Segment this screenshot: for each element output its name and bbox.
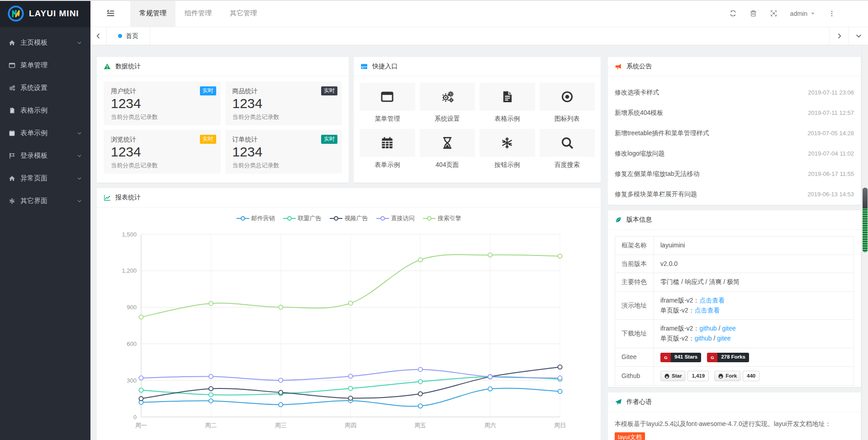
link-github[interactable]: github: [694, 335, 711, 342]
version-row-label: 下载地址: [615, 320, 654, 348]
version-row-value: v2.0.0: [654, 255, 854, 273]
quick-link-label: 表格示例: [479, 115, 535, 123]
stat-value: 1234: [111, 96, 213, 112]
app-title: LAYUI MINI: [29, 9, 79, 19]
tabs-scroll-left-button[interactable]: [90, 27, 107, 45]
version-row-value: layuimini: [654, 237, 854, 255]
quick-link-7[interactable]: 百度搜索: [540, 129, 595, 169]
sidebar: LAYUI MINI 主页模板菜单管理系统设置表格示例表单示例登录模板异常页面其…: [0, 0, 90, 440]
announcement-text: 修复多模块菜单栏展开有问题: [615, 190, 697, 199]
sidebar-item-1[interactable]: 菜单管理: [0, 54, 90, 76]
github-button-label: Star: [672, 372, 682, 380]
version-value-line: v2.0.0: [660, 259, 847, 269]
quick-link-4[interactable]: 表单示例: [360, 129, 415, 169]
sidebar-item-label: 表格示例: [20, 106, 47, 115]
app-logo[interactable]: LAYUI MINI: [0, 0, 90, 27]
layui-doc-badge[interactable]: layui文档: [615, 432, 645, 440]
top-border: [0, 0, 868, 1]
active-tab-dot-icon: [118, 34, 122, 38]
quick-link-3[interactable]: 图标列表: [540, 83, 595, 123]
version-row-label: 当前版本: [615, 255, 654, 273]
legend-item-视频广告[interactable]: 视频广告: [330, 214, 368, 222]
bullhorn-icon: [615, 63, 622, 70]
announcement-row-0[interactable]: 修改选项卡样式2019-07-11 23:06: [615, 82, 854, 103]
window-icon: [9, 62, 16, 69]
user-menu[interactable]: admin: [790, 10, 816, 17]
author-doc-line: layui文档: [615, 431, 854, 440]
announcement-row-5[interactable]: 修复多模块菜单栏展开有问题2019-06-13 14:53: [615, 184, 854, 204]
text-segment: 单页版-v2：: [660, 307, 694, 314]
chart-legend: 邮件营销联盟广告视频广告直接访问搜索引擎: [97, 214, 601, 222]
svg-text:0: 0: [133, 414, 137, 421]
link-点击查看[interactable]: 点击查看: [699, 297, 725, 304]
text-segment: iframe版-v2：: [660, 325, 699, 332]
announcement-row-4[interactable]: 修复左侧菜单缩放tab无法移动2019-06-17 11:55: [615, 164, 854, 184]
github-fork-button[interactable]: Fork: [714, 371, 740, 382]
sidebar-item-0[interactable]: 主页模板: [0, 31, 90, 54]
stat-value: 1234: [232, 144, 335, 160]
window-icon: [360, 83, 415, 111]
sidebar-item-3[interactable]: 表格示例: [0, 99, 90, 122]
sidebar-item-6[interactable]: 异常页面: [0, 167, 90, 189]
sidebar-item-label: 系统设置: [20, 84, 47, 92]
sidebar-item-4[interactable]: 表单示例: [0, 122, 90, 144]
github-star-button[interactable]: Star: [660, 371, 685, 382]
announcement-row-1[interactable]: 新增系统404模板2019-07-11 12:57: [615, 103, 854, 123]
announcement-text: 新增系统404模板: [615, 109, 663, 117]
refresh-icon[interactable]: [729, 9, 737, 17]
quick-link-5[interactable]: 404页面: [420, 129, 475, 169]
paper-plane-icon: [615, 398, 622, 406]
legend-item-直接访问[interactable]: 直接访问: [376, 214, 415, 222]
gitee-badge[interactable]: G278 Forks: [707, 353, 749, 362]
legend-item-搜索引擎[interactable]: 搜索引擎: [423, 214, 461, 222]
link-gitee[interactable]: gitee: [722, 325, 735, 332]
link-点击查看[interactable]: 点击查看: [694, 307, 720, 314]
github-count[interactable]: 440: [743, 371, 759, 382]
legend-label: 视频广告: [345, 214, 368, 222]
version-row-6: GithubStar1,419Fork440: [615, 366, 854, 386]
chevron-down-icon: [76, 40, 82, 46]
scrollbar-thumb[interactable]: [863, 188, 868, 252]
header-nav-tab-1[interactable]: 组件管理: [175, 0, 221, 27]
clear-cache-icon[interactable]: [749, 9, 757, 17]
fullscreen-icon[interactable]: [770, 9, 778, 17]
quick-link-1[interactable]: 系统设置: [420, 83, 475, 123]
legend-item-邮件营销[interactable]: 邮件营销: [237, 214, 275, 222]
quick-link-2[interactable]: 表格示例: [479, 83, 535, 123]
github-count[interactable]: 1,419: [688, 371, 709, 382]
header-nav-tab-2[interactable]: 其它管理: [221, 0, 266, 27]
quick-link-6[interactable]: 按钮示例: [479, 129, 535, 169]
sidebar-item-label: 菜单管理: [20, 61, 47, 70]
header-nav-tab-0[interactable]: 常规管理: [130, 0, 175, 27]
announcement-row-2[interactable]: 新增treetable插件和菜单管理样式2019-07-05 14:28: [615, 123, 854, 143]
more-options-icon[interactable]: [828, 10, 835, 17]
tab-home-label: 首页: [126, 32, 138, 40]
announcement-row-3[interactable]: 修改logo缩放问题2019-07-04 11:02: [615, 143, 854, 164]
announcement-list: 修改选项卡样式2019-07-11 23:06新增系统404模板2019-07-…: [608, 76, 861, 204]
version-row-label: Github: [615, 366, 654, 386]
stat-description: 当前分类总记录数: [111, 161, 213, 170]
card-title: 快捷入口: [372, 62, 398, 71]
sidebar-item-7[interactable]: 其它界面: [0, 189, 90, 212]
sidebar-toggle-button[interactable]: [90, 0, 130, 27]
sidebar-item-2[interactable]: 系统设置: [0, 76, 90, 99]
tabs-menu-button[interactable]: [849, 27, 868, 45]
card-announcements-header: 系统公告: [608, 57, 861, 76]
tab-home[interactable]: 首页: [107, 27, 150, 45]
card-author-header: 作者心语: [608, 393, 861, 412]
page-scrollbar[interactable]: [862, 45, 868, 440]
link-github[interactable]: github: [699, 325, 716, 332]
line-chart-icon: [104, 194, 111, 201]
legend-item-联盟广告[interactable]: 联盟广告: [283, 214, 322, 222]
announcement-text: 修改logo缩放问题: [615, 150, 664, 158]
link-gitee[interactable]: gitee: [717, 335, 730, 342]
sidebar-item-5[interactable]: 登录模板: [0, 144, 90, 167]
stat-value: 1234: [111, 144, 213, 160]
svg-text:周二: 周二: [205, 422, 217, 429]
gitee-badge[interactable]: G941 Stars: [660, 353, 701, 362]
announcement-date: 2019-06-13 14:53: [807, 191, 854, 198]
version-row-value: G941 StarsG278 Forks: [654, 348, 854, 366]
tabs-scroll-right-button[interactable]: [829, 27, 849, 45]
quick-link-0[interactable]: 菜单管理: [360, 83, 415, 123]
card-data-stats-header: 数据统计: [97, 57, 349, 76]
